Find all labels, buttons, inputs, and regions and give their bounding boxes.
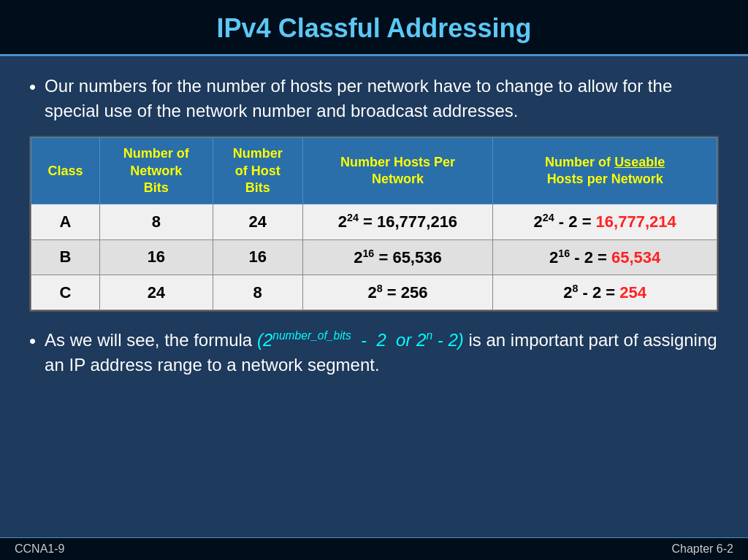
content-area: • Our numbers for the number of hosts pe…: [0, 56, 748, 537]
col-header-class: Class: [31, 138, 100, 204]
footer-left: CCNA1-9: [15, 542, 64, 556]
table-row: C 24 8 28 = 256 28 - 2 = 254: [31, 275, 717, 310]
cell-useable-hosts-b: 216 - 2 = 65,534: [493, 239, 717, 275]
slide: IPv4 Classful Addressing • Our numbers f…: [0, 0, 748, 560]
bullet-dot-2: •: [29, 329, 36, 354]
table-header-row: Class Number ofNetworkBits Numberof Host…: [31, 138, 717, 204]
col-header-useable-hosts: Number of UseableHosts per Network: [493, 138, 717, 204]
cell-host-bits-a: 24: [213, 204, 302, 239]
footer: CCNA1-9 Chapter 6-2: [0, 537, 748, 560]
footer-right: Chapter 6-2: [672, 542, 734, 556]
useable-value-b: 65,534: [611, 248, 660, 266]
col-header-hosts-per-network: Number Hosts PerNetwork: [302, 138, 493, 204]
cell-hosts-per-network-b: 216 = 65,536: [302, 239, 493, 275]
formula-display: (2number_of_bits - 2 or 2n - 2): [257, 330, 464, 350]
cell-class-a: A: [31, 204, 100, 239]
cell-class-b: B: [31, 239, 100, 275]
table-row: B 16 16 216 = 65,536 216 - 2 = 65,534: [31, 239, 717, 275]
cell-network-bits-b: 16: [100, 239, 213, 275]
bullet-text-1: Our numbers for the number of hosts per …: [45, 74, 719, 123]
useable-value-c: 254: [619, 283, 646, 302]
bullet-1: • Our numbers for the number of hosts pe…: [29, 74, 719, 123]
cell-network-bits-a: 8: [100, 204, 213, 239]
cell-hosts-per-network-a: 224 = 16,777,216: [302, 204, 493, 239]
header: IPv4 Classful Addressing: [0, 0, 748, 56]
cell-useable-hosts-a: 224 - 2 = 16,777,214: [493, 204, 717, 239]
classful-addressing-table: Class Number ofNetworkBits Numberof Host…: [29, 136, 719, 312]
bullet-dot-1: •: [29, 75, 36, 100]
page-title: IPv4 Classful Addressing: [217, 13, 532, 43]
col-header-network-bits: Number ofNetworkBits: [100, 138, 213, 204]
cell-hosts-per-network-c: 28 = 256: [302, 275, 493, 310]
useable-value-a: 16,777,214: [596, 213, 676, 231]
col-header-host-bits: Numberof HostBits: [213, 138, 302, 204]
table: Class Number ofNetworkBits Numberof Host…: [31, 137, 717, 310]
cell-class-c: C: [31, 275, 100, 310]
bullet-text-2: As we will see, the formula (2number_of_…: [45, 328, 719, 377]
cell-useable-hosts-c: 28 - 2 = 254: [493, 275, 717, 310]
cell-network-bits-c: 24: [100, 275, 213, 310]
cell-host-bits-b: 16: [213, 239, 302, 275]
bullet-2: • As we will see, the formula (2number_o…: [29, 328, 719, 377]
cell-host-bits-c: 8: [213, 275, 302, 310]
table-row: A 8 24 224 = 16,777,216 224 - 2 = 16,777…: [31, 204, 717, 239]
